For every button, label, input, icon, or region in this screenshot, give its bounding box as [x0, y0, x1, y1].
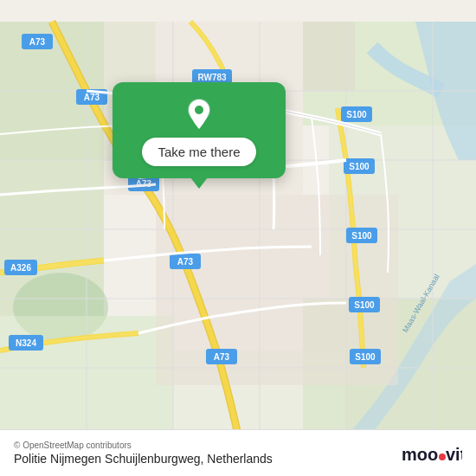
svg-text:N324: N324 [16, 338, 36, 348]
svg-text:moo: moo [402, 445, 438, 464]
location-pin-icon [182, 96, 216, 131]
location-info: © OpenStreetMap contributors Politie Nij… [14, 441, 273, 466]
svg-point-52 [439, 453, 446, 460]
location-popup: Take me there [113, 82, 286, 178]
svg-text:S100: S100 [346, 110, 367, 119]
location-name: Politie Nijmegen Schuijlenburgweg, Nethe… [14, 452, 273, 466]
take-me-there-button[interactable]: Take me there [142, 138, 255, 166]
svg-text:S100: S100 [349, 162, 370, 171]
svg-text:A73: A73 [214, 352, 230, 362]
svg-text:RW783: RW783 [197, 73, 227, 82]
svg-text:S100: S100 [355, 352, 376, 362]
svg-text:vit: vit [446, 445, 462, 464]
map-attribution: © OpenStreetMap contributors [14, 441, 273, 450]
moovit-logo-svg: moo vit [402, 441, 462, 466]
svg-point-50 [195, 106, 203, 114]
svg-text:S100: S100 [354, 300, 375, 310]
map-container: A73 A73 A73 A73 A73 A326 N324 RW783 S100… [0, 0, 476, 476]
svg-text:A326: A326 [10, 263, 31, 273]
moovit-logo: moo vit [402, 441, 462, 466]
svg-text:A73: A73 [177, 257, 194, 267]
bottom-bar: © OpenStreetMap contributors Politie Nij… [0, 429, 476, 476]
map-svg: A73 A73 A73 A73 A73 A326 N324 RW783 S100… [0, 0, 476, 476]
svg-text:S100: S100 [351, 231, 372, 241]
svg-text:A73: A73 [29, 37, 46, 47]
svg-text:A73: A73 [84, 93, 100, 102]
svg-rect-11 [303, 22, 355, 91]
